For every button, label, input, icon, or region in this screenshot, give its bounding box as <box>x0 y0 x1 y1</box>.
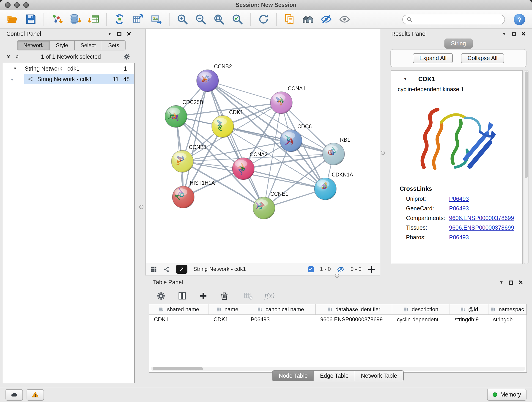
network-row-highlight[interactable]: String Network - cdk1 11 48 <box>25 74 134 84</box>
table-cell[interactable]: 9606.ENSP00000378699 <box>316 315 392 324</box>
crosslink-label: Uniprot: <box>406 196 449 202</box>
snapshot-button[interactable] <box>282 12 298 27</box>
table-cell[interactable]: CDK1 <box>149 315 209 324</box>
tab-edge-table[interactable]: Edge Table <box>314 370 355 381</box>
splitter-handle[interactable] <box>335 274 339 278</box>
table-cell[interactable]: CDK1 <box>209 315 246 324</box>
table-row[interactable]: CDK1 CDK1 P06493 9606.ENSP00000378699 cy… <box>149 315 526 324</box>
splitter-handle[interactable] <box>139 205 143 209</box>
cloud-status-button[interactable] <box>6 389 23 400</box>
panel-menu-icon[interactable]: ▼ <box>502 32 506 36</box>
results-scrollbar[interactable] <box>524 70 529 264</box>
disclosure-triangle-icon[interactable]: ▼ <box>403 77 407 81</box>
expand-all-icon[interactable]: » <box>14 55 20 58</box>
export-network-button[interactable] <box>130 12 146 27</box>
import-network-button[interactable] <box>49 12 65 27</box>
table-cell[interactable]: stringdb:9... <box>450 315 488 324</box>
tab-style[interactable]: Style <box>50 40 75 51</box>
grid-view-icon[interactable] <box>150 266 157 273</box>
help-button[interactable]: ? <box>514 13 525 25</box>
check-icon <box>309 267 313 271</box>
crosslink-link[interactable]: P06493 <box>449 196 469 202</box>
network-node-CDKN1A[interactable]: CDKN1A <box>314 172 353 200</box>
save-session-button[interactable] <box>23 12 38 27</box>
table-cell[interactable]: stringdb <box>488 315 526 324</box>
network-collection-row[interactable]: ▼ String Network - cdk1 1 <box>3 63 134 74</box>
delete-column-icon[interactable] <box>220 291 229 300</box>
table-options-gear-icon[interactable] <box>156 291 166 300</box>
refresh-layout-button[interactable] <box>256 12 271 27</box>
import-table-button[interactable] <box>86 12 101 27</box>
network-options-gear-icon[interactable] <box>123 53 130 60</box>
crosslink-link[interactable]: P06493 <box>449 234 469 240</box>
tab-node-table[interactable]: Node Table <box>272 370 314 381</box>
open-in-window-button[interactable] <box>176 265 187 274</box>
network-node-RB1[interactable]: RB1 <box>323 137 350 165</box>
open-session-button[interactable] <box>5 12 20 27</box>
expand-all-button[interactable]: Expand All <box>413 53 453 63</box>
column-header[interactable]: name <box>209 304 246 314</box>
search-input[interactable] <box>415 16 501 23</box>
splitter-handle[interactable] <box>381 151 385 155</box>
minimize-window-button[interactable] <box>14 2 20 8</box>
panel-float-icon[interactable] <box>512 32 516 36</box>
pan-crosshair-icon[interactable] <box>367 265 375 273</box>
show-columns-icon[interactable] <box>177 291 187 300</box>
disclosure-triangle-icon[interactable]: ▼ <box>13 66 17 70</box>
column-header[interactable]: database identifier <box>316 304 392 314</box>
zoom-selected-button[interactable] <box>230 12 245 27</box>
search-box[interactable] <box>402 14 505 24</box>
hidden-eye-slash-icon[interactable] <box>337 265 345 273</box>
tab-select[interactable]: Select <box>75 40 102 51</box>
selected-checkbox-icon[interactable] <box>308 266 314 272</box>
panel-float-icon[interactable] <box>509 280 513 284</box>
string-results-tab[interactable]: String <box>444 38 473 49</box>
crosslink-link[interactable]: 9606.ENSP00000378699 <box>449 224 514 231</box>
crosslink-link[interactable]: 9606.ENSP00000378699 <box>449 215 514 221</box>
zoom-fit-button[interactable] <box>211 12 227 27</box>
zoom-in-button[interactable] <box>175 12 190 27</box>
column-header[interactable]: canonical name <box>246 304 316 314</box>
warnings-button[interactable] <box>27 389 44 400</box>
network-node-CDK1[interactable]: CDK1 <box>212 109 243 138</box>
panel-close-icon[interactable]: × <box>127 30 131 38</box>
panel-float-icon[interactable] <box>117 32 121 36</box>
column-header[interactable]: @id <box>450 304 488 314</box>
tab-network[interactable]: Network <box>17 40 50 51</box>
table-cell[interactable]: P06493 <box>246 315 316 324</box>
network-node-HIST1H1A[interactable]: HIST1H1A <box>172 180 215 208</box>
network-node-CCNA1[interactable]: CCNA1 <box>270 85 306 114</box>
hide-selected-button[interactable] <box>318 12 334 27</box>
titlebar[interactable]: Session: New Session <box>0 0 532 11</box>
add-column-icon[interactable] <box>198 291 208 300</box>
panel-close-icon[interactable]: × <box>519 279 523 286</box>
tab-network-table[interactable]: Network Table <box>355 370 404 381</box>
panel-menu-icon[interactable]: ▼ <box>499 280 503 284</box>
column-header[interactable]: namespac <box>488 304 526 314</box>
panel-close-icon[interactable]: × <box>521 30 526 38</box>
network-node-CCNB1[interactable]: CCNB1 <box>171 144 207 172</box>
first-neighbors-button[interactable] <box>300 12 316 27</box>
new-network-button[interactable] <box>112 12 127 27</box>
collapse-all-icon[interactable]: » <box>6 55 12 58</box>
function-builder-button[interactable]: f(x) <box>264 292 274 300</box>
collapse-all-button[interactable]: Collapse All <box>461 53 504 63</box>
gene-symbol: CDK1 <box>418 76 435 83</box>
zoom-out-button[interactable] <box>193 12 209 27</box>
import-database-button[interactable] <box>67 12 83 27</box>
export-image-button[interactable] <box>148 12 164 27</box>
crosslink-link[interactable]: P06493 <box>449 205 469 211</box>
network-canvas[interactable]: CCNB2CCNA1CDC25BCDK1CDC6RB1CCNB1CCNA2CDK… <box>146 29 380 263</box>
column-header[interactable]: description <box>392 304 450 314</box>
network-node-CCNB2[interactable]: CCNB2 <box>196 64 232 92</box>
zoom-window-button[interactable] <box>23 2 29 8</box>
show-all-button[interactable] <box>337 12 352 27</box>
close-window-button[interactable] <box>5 2 11 8</box>
table-cell[interactable]: cyclin-dependent ... <box>392 315 450 324</box>
network-row-selected[interactable]: ● String Network - cdk1 11 48 <box>3 74 134 84</box>
panel-menu-icon[interactable]: ▼ <box>108 32 112 36</box>
column-header[interactable]: shared name <box>149 304 209 314</box>
network-overview-icon[interactable] <box>163 266 170 273</box>
tab-sets[interactable]: Sets <box>102 40 126 51</box>
memory-button[interactable]: Memory <box>487 389 526 401</box>
